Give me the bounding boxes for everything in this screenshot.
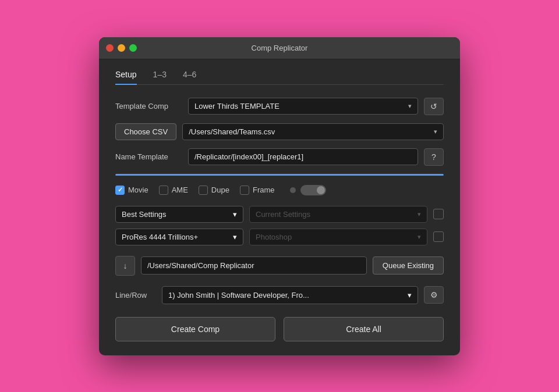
create-comp-button[interactable]: Create Comp xyxy=(115,317,275,341)
name-template-row: Name Template ? xyxy=(115,148,444,166)
close-button[interactable] xyxy=(106,44,114,52)
chevron-down-icon: ▾ xyxy=(418,211,421,218)
codec-value: ProRes 4444 Trillions+ xyxy=(122,233,198,241)
refresh-icon: ↺ xyxy=(430,102,437,111)
name-template-label: Name Template xyxy=(115,152,182,161)
progress-fill xyxy=(115,174,444,176)
app-window: Comp Replicator Setup 1–3 4–6 Template C… xyxy=(99,37,460,355)
frame-label: Frame xyxy=(253,186,275,194)
frame-checkbox-item[interactable]: Frame xyxy=(240,186,275,195)
dupe-label: Dupe xyxy=(211,186,229,194)
settings-checkbox-1[interactable] xyxy=(433,209,444,219)
chevron-down-icon: ▾ xyxy=(418,233,421,241)
chevron-down-icon: ▾ xyxy=(233,233,237,241)
movie-checkbox-item[interactable]: Movie xyxy=(115,186,148,195)
render-quality-value: Best Settings xyxy=(122,210,167,219)
current-settings-dropdown[interactable]: Current Settings ▾ xyxy=(249,206,427,223)
progress-bar xyxy=(115,174,444,176)
dupe-checkbox-item[interactable]: Dupe xyxy=(199,186,229,195)
toggle-thumb xyxy=(317,186,325,194)
action-buttons-row: Create Comp Create All xyxy=(115,317,444,341)
tab-4-6[interactable]: 4–6 xyxy=(183,70,196,85)
name-template-input[interactable] xyxy=(188,148,418,165)
tab-setup[interactable]: Setup xyxy=(115,70,137,85)
output-row: ↓ Queue Existing xyxy=(115,256,444,276)
output-path-input[interactable] xyxy=(141,256,367,275)
download-button[interactable]: ↓ xyxy=(115,256,135,276)
settings-checkbox-2[interactable] xyxy=(433,231,444,242)
queue-existing-button[interactable]: Queue Existing xyxy=(373,256,444,275)
chevron-down-icon: ▾ xyxy=(408,291,412,300)
line-row-label: Line/Row xyxy=(115,291,156,300)
ame-checkbox-item[interactable]: AME xyxy=(159,186,188,195)
ame-label: AME xyxy=(172,186,188,194)
chevron-down-icon: ▾ xyxy=(233,210,237,219)
render-settings-row-1: Best Settings ▾ Current Settings ▾ xyxy=(115,206,444,223)
dupe-checkbox[interactable] xyxy=(199,186,208,195)
maximize-button[interactable] xyxy=(129,44,137,52)
gear-button[interactable]: ⚙ xyxy=(424,286,444,304)
toggle-dot xyxy=(290,187,296,193)
line-row-value: 1) John Smith | Software Developer, Fro.… xyxy=(168,291,309,300)
photoshop-placeholder: Photoshop xyxy=(256,233,292,241)
help-icon: ? xyxy=(431,152,436,162)
help-button[interactable]: ? xyxy=(424,148,444,166)
down-icon: ↓ xyxy=(123,261,128,270)
options-row: Movie AME Dupe Frame xyxy=(115,185,444,195)
main-content: Setup 1–3 4–6 Template Comp Lower Thirds… xyxy=(99,59,460,355)
tab-1-3[interactable]: 1–3 xyxy=(153,70,167,85)
chevron-down-icon: ▾ xyxy=(408,102,412,110)
line-row-dropdown[interactable]: 1) John Smith | Software Developer, Fro.… xyxy=(162,286,418,304)
window-title: Comp Replicator xyxy=(252,44,308,52)
movie-checkbox[interactable] xyxy=(115,186,125,195)
movie-label: Movie xyxy=(128,186,148,194)
csv-row: Choose CSV /Users/Shared/Teams.csv ▾ xyxy=(115,123,444,140)
toggle-area xyxy=(290,185,326,195)
gear-icon: ⚙ xyxy=(430,290,438,300)
window-controls xyxy=(106,44,137,52)
template-comp-row: Template Comp Lower Thirds TEMPLATE ▾ ↺ xyxy=(115,98,444,115)
chevron-down-icon: ▾ xyxy=(434,128,437,136)
ame-checkbox[interactable] xyxy=(159,186,168,195)
csv-path-dropdown[interactable]: /Users/Shared/Teams.csv ▾ xyxy=(182,123,444,140)
csv-path-value: /Users/Shared/Teams.csv xyxy=(189,127,275,136)
toggle-track[interactable] xyxy=(300,185,326,195)
template-comp-value: Lower Thirds TEMPLATE xyxy=(194,102,280,111)
refresh-button[interactable]: ↺ xyxy=(424,98,444,115)
create-all-button[interactable]: Create All xyxy=(284,317,444,341)
template-comp-dropdown[interactable]: Lower Thirds TEMPLATE ▾ xyxy=(188,98,418,115)
title-bar: Comp Replicator xyxy=(99,37,460,59)
template-comp-label: Template Comp xyxy=(115,102,182,111)
photoshop-dropdown[interactable]: Photoshop ▾ xyxy=(249,229,427,245)
line-row-section: Line/Row 1) John Smith | Software Develo… xyxy=(115,286,444,304)
frame-checkbox[interactable] xyxy=(240,186,249,195)
tab-bar: Setup 1–3 4–6 xyxy=(115,70,444,85)
render-settings-row-2: ProRes 4444 Trillions+ ▾ Photoshop ▾ xyxy=(115,229,444,245)
minimize-button[interactable] xyxy=(118,44,125,52)
render-quality-dropdown[interactable]: Best Settings ▾ xyxy=(115,206,243,223)
codec-dropdown[interactable]: ProRes 4444 Trillions+ ▾ xyxy=(115,229,243,245)
current-settings-placeholder: Current Settings xyxy=(256,210,310,219)
choose-csv-button[interactable]: Choose CSV xyxy=(115,123,176,140)
